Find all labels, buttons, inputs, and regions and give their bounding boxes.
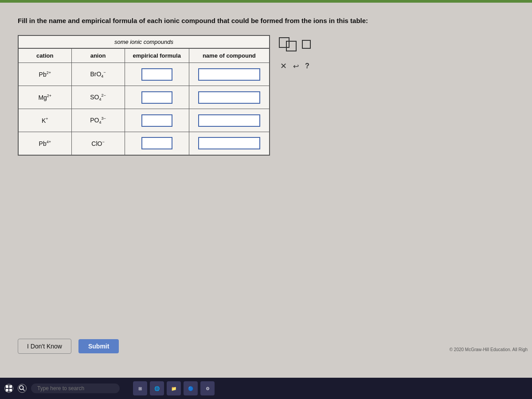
name-input-cell-1 [189,63,270,86]
formula-input-4[interactable] [141,137,172,149]
col-header-anion: anion [71,48,125,63]
svg-line-5 [23,389,25,391]
icon-row-top [279,37,311,51]
name-input-3[interactable] [198,114,260,127]
name-input-cell-4 [189,132,270,155]
cation-mg2: Mg2+ [18,86,71,109]
anion-po4: PO43− [71,109,125,132]
formula-input-1[interactable] [141,68,172,81]
cation-pb2: Pb2+ [18,63,71,86]
windows-icon[interactable] [4,384,13,393]
single-square-icon [302,40,311,49]
taskbar-app-5[interactable]: ⚙ [200,381,215,395]
taskbar-app-1[interactable]: ⊞ [133,381,147,395]
icons-panel: ✕ ↩ ? [279,37,311,71]
bottom-bar: I Don't Know Submit [18,339,119,354]
taskbar-search-input[interactable] [31,383,120,393]
table-row: Mg2+ SO42− [18,86,270,109]
compound-table: some ionic compounds cation anion empiri… [18,35,270,156]
anion-so4: SO42− [71,86,125,109]
undo-icon[interactable]: ↩ [293,62,299,70]
formula-input-3[interactable] [141,114,172,127]
formula-input-cell-1 [125,63,189,86]
submit-button[interactable]: Submit [78,339,119,353]
anion-clo: ClO− [71,132,125,155]
table-caption: some ionic compounds [18,35,270,48]
table-row: Pb2+ BrO4− [18,63,270,86]
svg-rect-0 [6,385,8,388]
col-header-formula: empirical formula [125,48,189,63]
taskbar-app-3[interactable]: 📁 [167,381,181,395]
anion-bro4: BrO4− [71,63,125,86]
taskbar-apps: ⊞ 🌐 📁 🔵 ⚙ [133,381,215,395]
name-input-4[interactable] [198,137,260,149]
close-icon[interactable]: ✕ [280,61,287,71]
controls-row: ✕ ↩ ? [280,61,309,71]
taskbar: ⊞ 🌐 📁 🔵 ⚙ [0,378,532,399]
name-input-cell-3 [189,109,270,132]
col-header-cation: cation [18,48,71,63]
copyright-text: © 2020 McGraw-Hill Education. All Righ [450,347,528,352]
formula-input-cell-4 [125,132,189,155]
svg-rect-3 [9,389,12,391]
name-input-1[interactable] [198,68,260,81]
svg-rect-2 [6,389,8,391]
main-content: Fill in the name and empirical formula o… [0,3,532,379]
taskbar-app-2[interactable]: 🌐 [150,381,164,395]
dont-know-button[interactable]: I Don't Know [18,339,71,354]
formula-input-2[interactable] [141,91,172,104]
stack-icon [279,37,297,51]
instruction-text: Fill in the name and empirical formula o… [18,16,514,25]
cation-pb4: Pb4+ [18,132,71,155]
formula-input-cell-2 [125,86,189,109]
formula-input-cell-3 [125,109,189,132]
name-input-2[interactable] [198,91,260,104]
svg-rect-1 [9,385,12,388]
cation-k: K+ [18,109,71,132]
table-area: some ionic compounds cation anion empiri… [18,35,514,156]
help-icon[interactable]: ? [305,62,309,70]
svg-point-4 [20,386,23,390]
name-input-cell-2 [189,86,270,109]
table-row: K+ PO43− [18,109,270,132]
search-circle-icon[interactable] [18,384,27,393]
square-icon-bottom [286,41,297,51]
col-header-name: name of compound [189,48,270,63]
table-row: Pb4+ ClO− [18,132,270,155]
taskbar-app-4[interactable]: 🔵 [184,381,198,395]
